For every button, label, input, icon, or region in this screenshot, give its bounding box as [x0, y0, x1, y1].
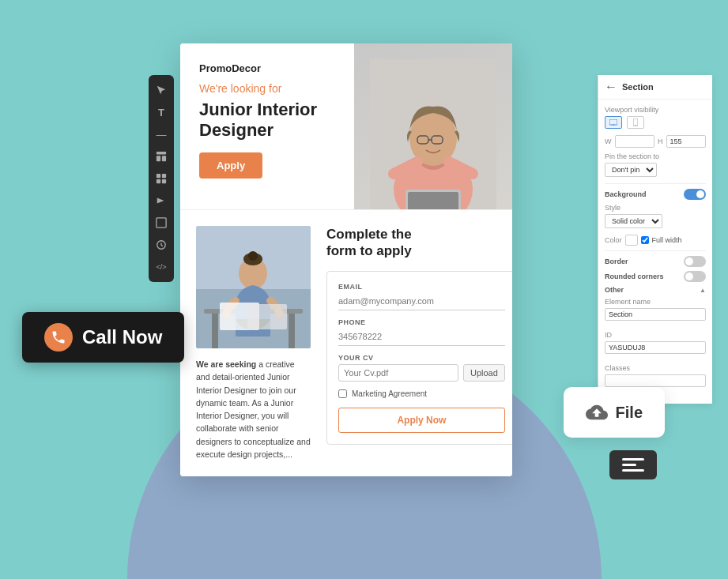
svg-rect-1 — [157, 156, 160, 161]
panel-body: Viewport visibility W H Pin the section … — [598, 100, 712, 404]
pin-row: Pin the section to Don't pin — [605, 152, 706, 177]
marketing-checkbox[interactable] — [338, 389, 347, 398]
background-toggle[interactable] — [684, 189, 706, 200]
rounded-toggle[interactable] — [684, 271, 706, 282]
upload-button[interactable]: Upload — [463, 364, 505, 382]
toolbar-layout-icon[interactable] — [153, 148, 170, 165]
full-width-checkbox[interactable] — [641, 236, 649, 244]
cv-row: Upload — [338, 364, 505, 382]
right-panel: ← Section Viewport visibility W H Pin th… — [598, 75, 712, 404]
hero-left: PromoDecor We're looking for Junior Inte… — [180, 43, 512, 209]
toolbar-media-icon[interactable] — [153, 192, 170, 209]
pin-select[interactable]: Don't pin — [605, 163, 657, 177]
phone-icon — [51, 329, 66, 345]
svg-point-24 — [248, 251, 258, 261]
hero-subtitle: We're looking for — [199, 82, 496, 95]
file-widget[interactable]: File — [564, 387, 665, 438]
application-form-section: Complete the form to apply EMAIL PHONE Y… — [326, 226, 512, 461]
element-name-row: Element name — [605, 298, 706, 325]
widget-line-1 — [622, 458, 644, 461]
svg-rect-26 — [247, 304, 287, 329]
toolbar-frame-icon[interactable] — [153, 214, 170, 231]
height-label: H — [658, 137, 663, 145]
svg-rect-7 — [157, 218, 166, 227]
panel-title: Section — [622, 82, 654, 92]
svg-rect-3 — [157, 174, 160, 178]
phone-label: PHONE — [338, 318, 505, 326]
style-label: Style — [605, 204, 706, 212]
form-box: EMAIL PHONE YOUR CV Upload Marketing Agr… — [326, 271, 512, 445]
size-row: W H — [605, 135, 706, 148]
bottom-left-column: We are seeking a creative and detail-ori… — [196, 226, 311, 461]
file-label: File — [616, 404, 643, 422]
phone-icon-circle — [44, 323, 73, 352]
call-now-label: Call Now — [82, 326, 162, 348]
widget-line-3 — [622, 469, 644, 472]
style-select[interactable]: Solid color — [605, 214, 662, 228]
other-section-toggle[interactable]: Other ▲ — [605, 286, 706, 294]
panel-back-button[interactable]: ← — [605, 80, 617, 94]
email-input[interactable] — [338, 294, 505, 310]
color-row: Color Full width — [605, 235, 706, 246]
color-label: Color — [605, 236, 622, 244]
svg-rect-6 — [162, 179, 166, 183]
panel-header: ← Section — [598, 75, 712, 100]
style-row: Style Solid color — [605, 204, 706, 228]
toolbar-cursor-icon[interactable] — [153, 81, 170, 99]
color-picker[interactable] — [625, 235, 638, 246]
marketing-label: Marketing Agreement — [352, 389, 427, 398]
svg-rect-21 — [289, 314, 295, 348]
worker-image — [196, 226, 311, 348]
apply-now-button[interactable]: Apply Now — [338, 408, 505, 433]
other-chevron: ▲ — [700, 287, 706, 294]
description-text: We are seeking a creative and detail-ori… — [196, 358, 311, 461]
border-section-toggle[interactable]: Border — [605, 256, 706, 267]
apply-button[interactable]: Apply — [199, 152, 262, 179]
bottom-section: We are seeking a creative and detail-ori… — [180, 209, 512, 476]
svg-rect-0 — [157, 152, 166, 155]
svg-rect-5 — [157, 179, 160, 183]
width-label: W — [605, 137, 612, 145]
svg-rect-27 — [609, 119, 617, 125]
viewport-row: Viewport visibility — [605, 106, 706, 129]
brand-name: PromoDecor — [199, 62, 496, 74]
svg-rect-2 — [162, 156, 166, 161]
hero-section: PromoDecor We're looking for Junior Inte… — [180, 43, 512, 209]
cv-label: YOUR CV — [338, 354, 505, 362]
page-preview: PromoDecor We're looking for Junior Inte… — [180, 43, 512, 476]
id-label: ID — [605, 331, 706, 339]
left-toolbar: T — </> — [149, 75, 174, 282]
rounded-section-toggle[interactable]: Rounded corners — [605, 271, 706, 282]
job-title: Junior Interior Designer — [199, 100, 496, 141]
element-name-label: Element name — [605, 298, 706, 306]
toolbar-divider-icon[interactable]: — — [153, 126, 170, 143]
marketing-row: Marketing Agreement — [338, 389, 505, 398]
classes-label: Classes — [605, 364, 706, 372]
element-name-input[interactable] — [605, 308, 706, 321]
phone-input[interactable] — [338, 329, 505, 346]
mobile-viewport-button[interactable] — [627, 116, 644, 129]
desktop-viewport-button[interactable] — [605, 116, 622, 129]
call-now-button[interactable]: Call Now — [22, 312, 184, 363]
background-section-toggle[interactable]: Background — [605, 189, 706, 200]
height-input[interactable] — [666, 135, 707, 148]
id-input[interactable] — [605, 341, 706, 354]
toolbar-code-icon[interactable]: </> — [153, 258, 170, 276]
toolbar-text-icon[interactable]: T — [153, 103, 170, 121]
toolbar-grid-icon[interactable] — [153, 170, 170, 187]
email-label: EMAIL — [338, 283, 505, 291]
widget-line-2 — [622, 464, 636, 466]
width-input[interactable] — [615, 135, 655, 148]
viewport-buttons — [605, 116, 706, 129]
cv-input[interactable] — [338, 364, 458, 382]
svg-rect-20 — [212, 314, 218, 348]
file-upload-icon — [586, 401, 608, 423]
toolbar-clock-icon[interactable] — [153, 236, 170, 254]
classes-input[interactable] — [605, 374, 706, 387]
viewport-label: Viewport visibility — [605, 106, 706, 114]
bottom-widget[interactable] — [609, 450, 657, 479]
form-title: Complete the form to apply — [326, 226, 512, 260]
svg-rect-4 — [162, 174, 166, 178]
border-toggle[interactable] — [684, 256, 706, 267]
id-row: ID — [605, 331, 706, 358]
